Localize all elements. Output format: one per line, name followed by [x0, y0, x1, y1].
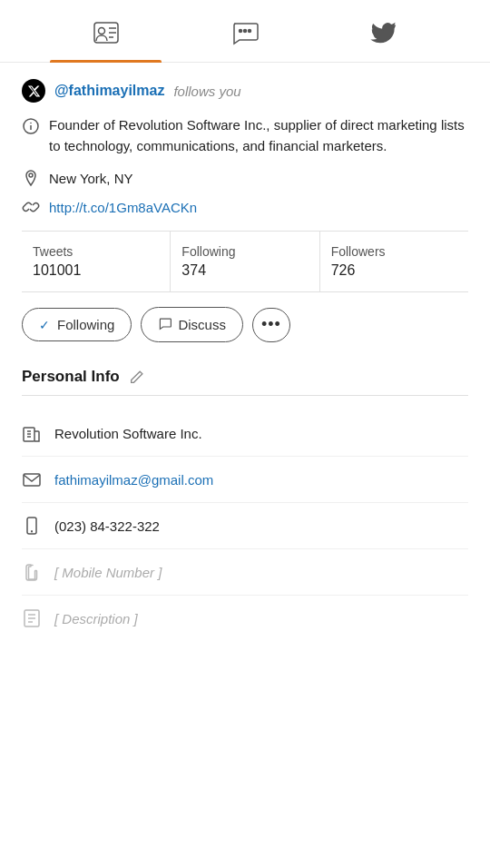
username: @fathimayilmaz: [54, 83, 164, 99]
info-item-mobile: [ Mobile Number ]: [22, 549, 468, 596]
x-platform-icon: [22, 79, 45, 103]
svg-point-7: [248, 30, 250, 33]
bio-row: Founder of Revolution Software Inc., sup…: [22, 115, 468, 156]
company-icon: [22, 423, 42, 443]
stat-following: Following 374: [171, 232, 319, 291]
stat-followers-value: 726: [331, 262, 457, 279]
twitter-icon: [368, 16, 400, 49]
edit-icon[interactable]: [129, 369, 145, 385]
personal-info-divider: [22, 395, 468, 396]
personal-info-section: Personal Info Revolution Software Inc.: [22, 368, 468, 641]
link-row: http://t.co/1Gm8aVACKn: [22, 198, 468, 216]
info-icon: [22, 117, 40, 135]
description-icon: [22, 608, 42, 628]
chat-icon: [229, 16, 261, 49]
discuss-icon: [158, 316, 172, 333]
svg-rect-16: [24, 474, 40, 486]
company-text: Revolution Software Inc.: [54, 426, 202, 441]
svg-point-1: [98, 28, 104, 35]
tab-bar: [0, 0, 490, 63]
action-buttons: ✓ Following Discuss •••: [22, 307, 468, 342]
tab-chat[interactable]: [175, 16, 314, 62]
tab-twitter[interactable]: [315, 16, 454, 62]
stat-tweets-value: 101001: [33, 262, 159, 279]
mobile-text: [ Mobile Number ]: [54, 565, 162, 580]
profile-icon: [90, 16, 122, 49]
follows-you-text: follows you: [173, 84, 240, 99]
tab-profile[interactable]: [36, 16, 175, 62]
mobile-icon: [22, 562, 42, 582]
svg-point-10: [30, 123, 32, 124]
svg-point-6: [243, 30, 246, 33]
stats-container: Tweets 101001 Following 374 Followers 72…: [22, 231, 468, 292]
personal-info-header: Personal Info: [22, 368, 468, 386]
info-item-phone: (023) 84-322-322: [22, 503, 468, 549]
bio-text: Founder of Revolution Software Inc., sup…: [49, 115, 468, 156]
stat-following-label: Following: [181, 244, 308, 259]
stat-tweets-label: Tweets: [33, 244, 159, 259]
stat-tweets: Tweets 101001: [22, 232, 171, 291]
description-text: [ Description ]: [54, 611, 138, 626]
more-button-label: •••: [261, 315, 281, 334]
location-icon: [22, 169, 40, 187]
location-row: New York, NY: [22, 169, 468, 187]
phone-icon: [22, 516, 42, 536]
checkmark-icon: ✓: [39, 318, 50, 332]
phone-text: (023) 84-322-322: [54, 518, 160, 534]
info-item-email: fathimayilmaz@gmail.com: [22, 457, 468, 503]
following-button[interactable]: ✓ Following: [22, 308, 132, 341]
email-text[interactable]: fathimayilmaz@gmail.com: [54, 472, 213, 488]
profile-content: @fathimayilmaz follows you Founder of Re…: [0, 63, 490, 657]
svg-point-5: [239, 30, 241, 33]
stat-followers: Followers 726: [320, 232, 468, 291]
location-text: New York, NY: [49, 171, 133, 186]
following-button-label: Following: [57, 317, 114, 332]
email-icon: [22, 469, 42, 489]
link-icon: [22, 198, 40, 216]
svg-point-11: [29, 173, 33, 177]
info-item-description: [ Description ]: [22, 596, 468, 641]
stat-followers-label: Followers: [331, 244, 457, 259]
discuss-button[interactable]: Discuss: [141, 307, 243, 342]
discuss-button-label: Discuss: [178, 317, 226, 332]
more-button[interactable]: •••: [252, 308, 290, 342]
stat-following-value: 374: [181, 262, 308, 279]
username-row: @fathimayilmaz follows you: [22, 79, 468, 103]
info-item-company: Revolution Software Inc.: [22, 410, 468, 457]
personal-info-title: Personal Info: [22, 368, 120, 386]
profile-link[interactable]: http://t.co/1Gm8aVACKn: [49, 200, 197, 215]
